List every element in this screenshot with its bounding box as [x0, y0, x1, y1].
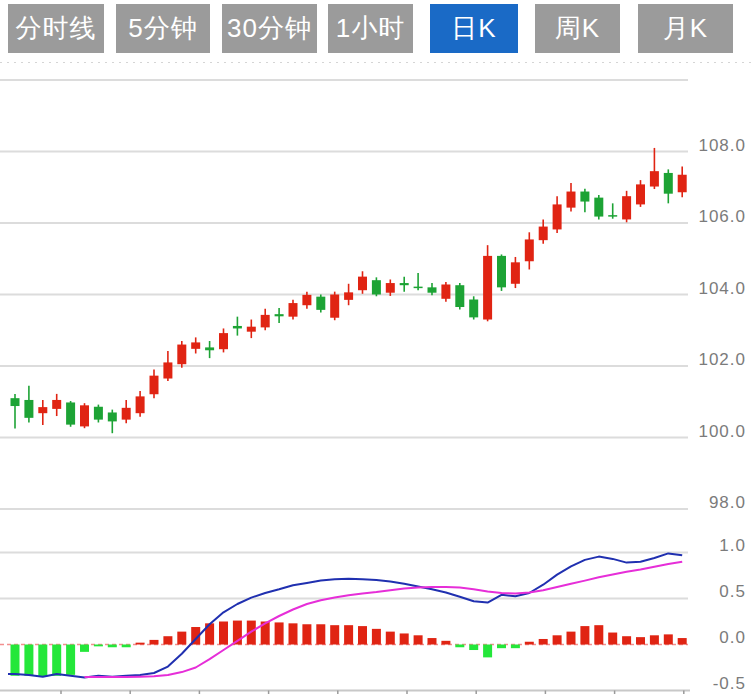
- macd-histogram-bar: [38, 645, 47, 677]
- macd-histogram-bar: [24, 645, 33, 676]
- candle-body-down: [316, 297, 325, 310]
- candle-body-up: [358, 277, 367, 291]
- macd-histogram-bar: [469, 645, 478, 651]
- macd-histogram-bar: [275, 622, 284, 644]
- candle-body-down: [594, 198, 603, 217]
- macd-histogram-bar: [414, 635, 423, 644]
- macd-histogram-bar: [52, 645, 61, 676]
- candle-body-down: [275, 314, 284, 316]
- macd-histogram-bar: [80, 645, 89, 652]
- macd-histogram-bar: [539, 639, 548, 645]
- macd-histogram-bar: [330, 625, 339, 644]
- macd-histogram-bar: [664, 634, 673, 644]
- macd-histogram-bar: [150, 640, 159, 645]
- candle-body-up: [525, 239, 534, 261]
- stock-chart-app: 分时线 5分钟 30分钟 1小时 日K 周K 月K 108.0106.0104.…: [0, 0, 755, 694]
- price-tick-label: 106.0: [698, 207, 746, 226]
- candle-body-up: [386, 283, 395, 293]
- candle-body-down: [455, 285, 464, 307]
- candle-body-down: [11, 398, 20, 406]
- macd-tick-label: -0.5: [713, 674, 746, 693]
- macd-histogram-bar: [567, 632, 576, 645]
- macd-tick-label: 0.5: [719, 582, 746, 601]
- macd-histogram-bar: [594, 625, 603, 644]
- candle-body-down: [497, 256, 506, 287]
- candle-body-up: [122, 408, 131, 420]
- candle-body-up: [553, 204, 562, 229]
- candle-body-down: [24, 400, 33, 418]
- price-tick-label: 100.0: [698, 422, 746, 441]
- candle-body-down: [414, 287, 423, 289]
- macd-histogram-bar: [511, 645, 520, 649]
- candle-body-down: [608, 215, 617, 217]
- macd-histogram-bar: [622, 636, 631, 644]
- kline-macd-chart[interactable]: 108.0106.0104.0102.0100.098.01.00.50.0-0…: [0, 0, 755, 694]
- candle-body-up: [441, 284, 450, 298]
- candle-body-up: [539, 227, 548, 241]
- macd-histogram-bar: [122, 645, 131, 648]
- candle-body-down: [66, 402, 75, 424]
- price-tick-label: 102.0: [698, 350, 746, 369]
- macd-histogram-bar: [11, 645, 20, 676]
- candle-body-up: [511, 262, 520, 283]
- macd-histogram-bar: [650, 635, 659, 644]
- macd-histogram-bar: [428, 638, 437, 644]
- macd-tick-label: 1.0: [719, 536, 746, 555]
- macd-histogram-bar: [455, 645, 464, 648]
- candle-body-up: [38, 407, 47, 413]
- candle-body-down: [108, 412, 117, 421]
- macd-histogram-bar: [219, 622, 228, 645]
- candle-body-up: [636, 184, 645, 204]
- macd-histogram-bar: [177, 632, 186, 645]
- candle-body-up: [330, 295, 339, 318]
- macd-histogram-bar: [525, 642, 534, 645]
- candle-body-down: [580, 192, 589, 202]
- candle-body-up: [302, 295, 311, 305]
- candle-body-up: [136, 396, 145, 413]
- candle-body-up: [219, 333, 228, 349]
- macd-histogram-bar: [316, 624, 325, 644]
- macd-histogram-bar: [441, 641, 450, 645]
- candle-body-up: [289, 303, 298, 317]
- macd-histogram-bar: [136, 643, 145, 645]
- macd-histogram-bar: [344, 625, 353, 644]
- dif-line: [8, 553, 682, 677]
- macd-histogram-bar: [400, 633, 409, 644]
- candle-body-up: [622, 196, 631, 219]
- candle-body-down: [400, 283, 409, 285]
- candle-body-down: [372, 280, 381, 294]
- candle-body-down: [205, 347, 214, 350]
- macd-histogram-bar: [302, 624, 311, 644]
- macd-histogram-bar: [386, 632, 395, 645]
- candle-body-up: [80, 405, 89, 426]
- macd-histogram-bar: [358, 626, 367, 644]
- candle-body-up: [177, 345, 186, 365]
- macd-histogram-bar: [497, 645, 506, 649]
- candle-body-down: [428, 287, 437, 292]
- macd-histogram-bar: [580, 626, 589, 644]
- macd-histogram-bar: [483, 645, 492, 658]
- macd-histogram-bar: [553, 635, 562, 644]
- macd-histogram-bar: [636, 637, 645, 644]
- candle-body-down: [233, 326, 242, 329]
- price-tick-label: 104.0: [698, 279, 746, 298]
- candle-body-down: [664, 173, 673, 194]
- candle-body-up: [150, 376, 159, 395]
- candle-body-down: [469, 300, 478, 318]
- macd-histogram-bar: [163, 636, 172, 644]
- candle-body-up: [163, 362, 172, 378]
- price-tick-label: 98.0: [709, 493, 746, 512]
- candle-body-up: [247, 327, 256, 332]
- macd-histogram-bar: [66, 645, 75, 675]
- candle-body-up: [567, 192, 576, 208]
- price-tick-label: 108.0: [698, 136, 746, 155]
- candle-body-up: [261, 315, 270, 328]
- candle-body-up: [678, 175, 687, 193]
- candle-body-up: [52, 400, 61, 409]
- candle-body-up: [650, 171, 659, 186]
- candle-body-up: [191, 342, 200, 348]
- candle-body-up: [483, 256, 492, 320]
- macd-histogram-bar: [94, 645, 103, 647]
- macd-histogram-bar: [289, 623, 298, 644]
- candle-body-down: [94, 407, 103, 420]
